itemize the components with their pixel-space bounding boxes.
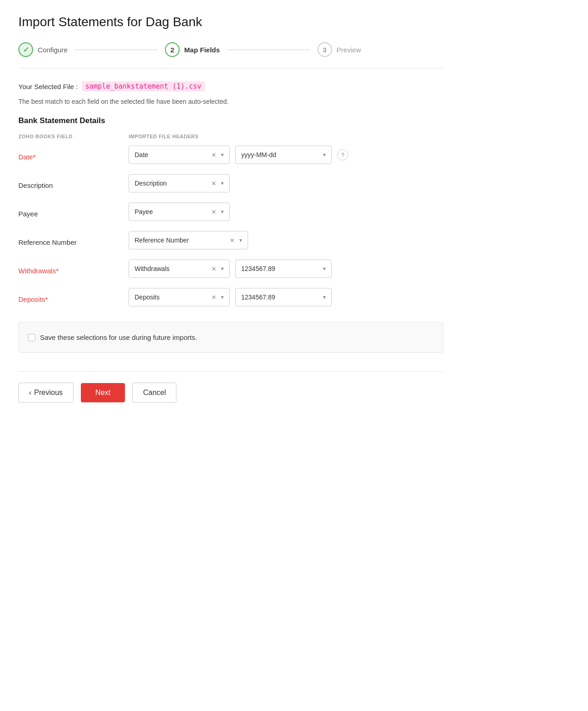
step-1-label: Configure	[38, 46, 68, 54]
date-dropdown-inner: Date	[135, 151, 148, 158]
withdrawals-format-value: 1234567.89	[241, 265, 275, 272]
payee-clear-icon[interactable]: ✕	[211, 209, 216, 215]
col-imported-header: IMPORTED FILE HEADERS	[129, 134, 285, 139]
field-label-reference-number: Reference Number	[18, 235, 129, 246]
field-row-deposits: Deposits* Deposits ✕ ▾ 1234567.89 ▾	[18, 287, 443, 307]
field-row-reference-number: Reference Number Reference Number ✕ ▾	[18, 230, 443, 250]
step-connector-2	[227, 50, 310, 50]
description-dropdown-controls: ✕ ▾	[211, 180, 224, 187]
selected-filename: sample_bankstatement (1).csv	[82, 81, 205, 91]
payee-dropdown-controls: ✕ ▾	[211, 209, 224, 215]
step-3-number: 3	[322, 46, 326, 54]
previous-label: Previous	[34, 389, 62, 397]
field-row-description: Description Description ✕ ▾	[18, 173, 443, 193]
selected-file-row: Your Selected File : sample_bankstatemen…	[18, 81, 443, 91]
withdrawals-format-dropdown[interactable]: 1234567.89 ▾	[235, 260, 332, 278]
step-2-number: 2	[170, 46, 174, 54]
field-headers: ZOHO BOOKS FIELD IMPORTED FILE HEADERS	[18, 134, 443, 139]
field-controls-deposits: Deposits ✕ ▾ 1234567.89 ▾	[129, 288, 443, 306]
step-2-circle: 2	[165, 42, 180, 57]
date-format-dropdown[interactable]: yyyy-MM-dd ▾	[235, 146, 332, 164]
field-controls-reference-number: Reference Number ✕ ▾	[129, 231, 443, 249]
checkmark-icon: ✓	[23, 45, 29, 54]
reference-number-chevron-icon: ▾	[239, 237, 242, 243]
step-1-circle: ✓	[18, 42, 33, 57]
save-checkbox[interactable]	[28, 334, 35, 341]
field-row-payee: Payee Payee ✕ ▾	[18, 202, 443, 222]
deposits-clear-icon[interactable]: ✕	[211, 294, 216, 301]
field-label-description: Description	[18, 178, 129, 189]
save-section: Save these selections for use during fut…	[18, 322, 443, 353]
field-label-deposits: Deposits*	[18, 292, 129, 303]
previous-chevron-icon: ‹	[29, 389, 31, 397]
withdrawals-chevron-icon: ▾	[221, 265, 224, 272]
step-3-label: Preview	[337, 46, 361, 54]
field-label-withdrawals: Withdrawals*	[18, 263, 129, 275]
description-field-dropdown[interactable]: Description ✕ ▾	[129, 174, 230, 192]
col-zoho-header: ZOHO BOOKS FIELD	[18, 134, 129, 139]
step-preview: 3 Preview	[317, 42, 361, 57]
footer-divider	[18, 371, 443, 372]
field-controls-payee: Payee ✕ ▾	[129, 203, 443, 221]
date-chevron-icon: ▾	[221, 152, 224, 158]
next-button[interactable]: Next	[81, 383, 125, 402]
field-label-date: Date*	[18, 149, 129, 161]
description-dropdown-inner: Description	[135, 180, 167, 187]
step-map-fields: 2 Map Fields	[165, 42, 220, 57]
reference-number-dropdown-controls: ✕ ▾	[230, 237, 242, 244]
deposits-dropdown-controls: ✕ ▾	[211, 294, 224, 301]
step-3-circle: 3	[317, 42, 332, 57]
deposits-dropdown-inner: Deposits	[135, 293, 159, 301]
deposits-dropdown-value: Deposits	[135, 293, 159, 301]
footer-buttons: ‹ Previous Next Cancel	[18, 383, 443, 403]
stepper: ✓ Configure 2 Map Fields 3 Preview	[18, 42, 443, 68]
auto-selected-message: The best match to each field on the sele…	[18, 98, 443, 105]
withdrawals-dropdown-controls: ✕ ▾	[211, 265, 224, 272]
withdrawals-clear-icon[interactable]: ✕	[211, 265, 216, 272]
deposits-format-dropdown[interactable]: 1234567.89 ▾	[235, 288, 332, 306]
save-checkbox-label: Save these selections for use during fut…	[40, 333, 197, 341]
deposits-format-chevron-icon: ▾	[323, 294, 326, 300]
date-dropdown-controls: ✕ ▾	[211, 152, 224, 158]
reference-number-field-dropdown[interactable]: Reference Number ✕ ▾	[129, 231, 248, 249]
date-help-icon[interactable]: ?	[337, 149, 348, 160]
save-checkbox-row: Save these selections for use during fut…	[28, 333, 434, 341]
description-dropdown-value: Description	[135, 180, 167, 187]
date-format-value: yyyy-MM-dd	[241, 151, 276, 158]
payee-dropdown-inner: Payee	[135, 208, 153, 215]
date-field-dropdown[interactable]: Date ✕ ▾	[129, 146, 230, 164]
reference-number-clear-icon[interactable]: ✕	[230, 237, 235, 244]
field-row-date: Date* Date ✕ ▾ yyyy-MM-dd ▾ ?	[18, 145, 443, 165]
page-title: Import Statements for Dag Bank	[18, 15, 443, 29]
field-controls-date: Date ✕ ▾ yyyy-MM-dd ▾ ?	[129, 146, 443, 164]
field-controls-description: Description ✕ ▾	[129, 174, 443, 192]
selected-file-label: Your Selected File :	[18, 83, 78, 90]
field-controls-withdrawals: Withdrawals ✕ ▾ 1234567.89 ▾	[129, 260, 443, 278]
payee-chevron-icon: ▾	[221, 209, 224, 215]
step-connector-1	[75, 50, 158, 50]
withdrawals-field-dropdown[interactable]: Withdrawals ✕ ▾	[129, 260, 230, 278]
payee-field-dropdown[interactable]: Payee ✕ ▾	[129, 203, 230, 221]
deposits-chevron-icon: ▾	[221, 294, 224, 300]
section-title: Bank Statement Details	[18, 116, 443, 125]
reference-number-dropdown-value: Reference Number	[135, 237, 189, 244]
description-chevron-icon: ▾	[221, 180, 224, 186]
previous-button[interactable]: ‹ Previous	[18, 383, 74, 403]
withdrawals-dropdown-value: Withdrawals	[135, 265, 170, 272]
step-2-label: Map Fields	[184, 46, 220, 54]
deposits-format-value: 1234567.89	[241, 293, 275, 301]
date-format-chevron-icon: ▾	[323, 152, 326, 158]
deposits-field-dropdown[interactable]: Deposits ✕ ▾	[129, 288, 230, 306]
field-label-payee: Payee	[18, 206, 129, 218]
withdrawals-format-chevron-icon: ▾	[323, 265, 326, 272]
reference-number-dropdown-inner: Reference Number	[135, 237, 189, 244]
description-clear-icon[interactable]: ✕	[211, 180, 216, 187]
step-configure: ✓ Configure	[18, 42, 68, 57]
date-dropdown-value: Date	[135, 151, 148, 158]
payee-dropdown-value: Payee	[135, 208, 153, 215]
date-clear-icon[interactable]: ✕	[211, 152, 216, 158]
field-row-withdrawals: Withdrawals* Withdrawals ✕ ▾ 1234567.89 …	[18, 259, 443, 279]
cancel-button[interactable]: Cancel	[132, 383, 176, 403]
withdrawals-dropdown-inner: Withdrawals	[135, 265, 170, 272]
